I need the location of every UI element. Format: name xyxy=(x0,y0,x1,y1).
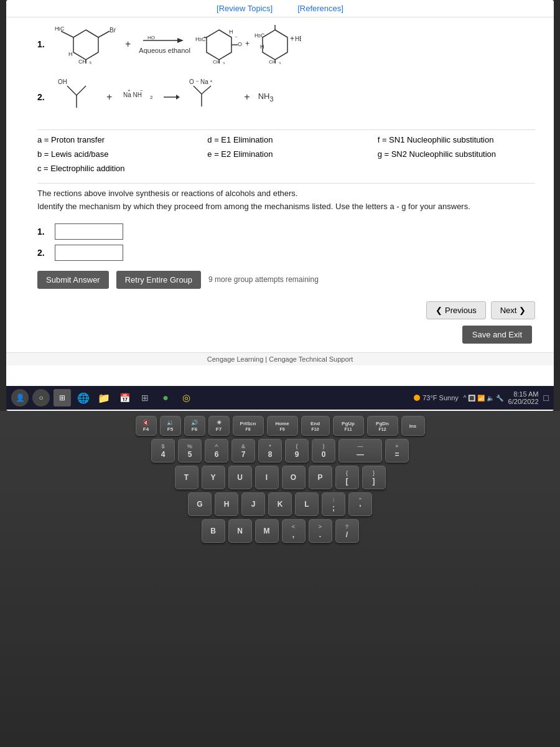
key-6-caret[interactable]: ^6 xyxy=(205,439,228,463)
key-8-star[interactable]: *8 xyxy=(258,439,282,463)
references-link[interactable]: [References] xyxy=(297,4,343,13)
key-k[interactable]: K xyxy=(268,492,292,516)
key-u[interactable]: U xyxy=(228,466,252,489)
key-p[interactable]: P xyxy=(309,466,332,489)
taskbar-edge-icon[interactable]: 🌐 xyxy=(75,389,92,406)
reaction-1-number: 1. xyxy=(37,39,50,49)
key-9-lparen[interactable]: (9 xyxy=(285,439,309,463)
key-question[interactable]: ?/ xyxy=(335,519,359,543)
plus-3: + xyxy=(244,92,250,103)
top-links-bar: [Review Topics] [References] xyxy=(6,0,554,17)
prev-next-nav: ❮ Previous Next ❯ xyxy=(37,301,535,319)
key-0-rparen[interactable]: )0 xyxy=(312,439,335,463)
tyuiop-row: T Y U I O P {[ }] xyxy=(9,466,551,489)
molecule-2-reactant: OH xyxy=(55,77,98,117)
key-equals[interactable]: += xyxy=(385,439,409,463)
taskbar-avatar[interactable]: 👤 xyxy=(11,389,29,406)
review-topics-link[interactable]: [Review Topics] xyxy=(217,4,273,13)
taskbar-app-1[interactable]: ⊞ xyxy=(54,389,71,406)
key-dash[interactable]: —— xyxy=(338,439,382,463)
key-l[interactable]: L xyxy=(295,492,319,516)
key-end[interactable]: EndF10 xyxy=(301,416,330,436)
weather-text: 73°F Sunny xyxy=(422,394,459,402)
mechanism-f: f = SN1 Nucleophilic substitution xyxy=(378,134,535,146)
previous-button[interactable]: ❮ Previous xyxy=(426,301,485,319)
key-rbrace[interactable]: }] xyxy=(362,466,386,489)
submit-answer-button[interactable]: Submit Answer xyxy=(37,271,109,289)
mechanism-a: a = Proton transfer xyxy=(37,134,195,146)
screen: [Review Topics] [References] < 1. xyxy=(6,0,554,411)
key-h[interactable]: H xyxy=(215,492,238,516)
key-pgdn[interactable]: PgDnF12 xyxy=(367,416,398,436)
svg-text:HO: HO xyxy=(147,35,155,40)
next-button[interactable]: Next ❯ xyxy=(491,301,535,319)
svg-text:Br: Br xyxy=(110,27,116,34)
taskbar-system-icons: ^ 🔳 📶 🔈 🔧 xyxy=(464,395,503,402)
svg-text:Na NH: Na NH xyxy=(123,92,142,98)
mechanism-d: d = E1 Elimination xyxy=(207,134,365,146)
svg-text:⁻: ⁻ xyxy=(235,35,238,41)
answer-section: 1. 2. xyxy=(37,223,535,261)
answer-2-label: 2. xyxy=(37,248,50,258)
svg-text:OH: OH xyxy=(58,78,67,85)
taskbar-browser-icon[interactable]: ● xyxy=(157,389,174,406)
key-prtscn[interactable]: PrtScnF8 xyxy=(233,416,264,436)
footer-text: Cengage Learning | Cengage Technical Sup… xyxy=(207,355,353,363)
key-f7[interactable]: ☀F7 xyxy=(208,416,230,436)
taskbar-notification-icon[interactable]: □ xyxy=(544,393,549,403)
number-key-row: $4 %5 ^6 &7 *8 (9 )0 —— += xyxy=(9,439,551,463)
svg-text:H: H xyxy=(68,51,73,57)
taskbar-calendar-icon[interactable]: 📅 xyxy=(116,389,133,406)
key-i[interactable]: I xyxy=(255,466,279,489)
answer-2-input[interactable] xyxy=(55,245,123,261)
key-y[interactable]: Y xyxy=(202,466,225,489)
key-pgup[interactable]: PgUpF11 xyxy=(333,416,364,436)
page-footer: Cengage Learning | Cengage Technical Sup… xyxy=(6,352,554,365)
next-label: Next xyxy=(500,306,517,315)
reagent-label: Aqueous ethanol xyxy=(139,47,190,54)
svg-text:C: C xyxy=(60,26,65,32)
key-j[interactable]: J xyxy=(241,492,265,516)
key-quote[interactable]: "' xyxy=(348,492,372,516)
clock-date: 8:15 AM 6/20/2022 xyxy=(508,390,539,405)
key-n[interactable]: N xyxy=(228,519,252,543)
svg-marker-12 xyxy=(177,38,184,43)
reaction-2-number: 2. xyxy=(37,92,50,102)
key-vol-up[interactable]: 🔊F6 xyxy=(184,416,205,436)
key-m[interactable]: M xyxy=(255,519,279,543)
clock-date-val: 6/20/2022 xyxy=(508,398,539,405)
key-t[interactable]: T xyxy=(175,466,198,489)
key-mute[interactable]: 🔇F4 xyxy=(136,416,157,436)
key-colon[interactable]: :; xyxy=(322,492,345,516)
svg-text:O: O xyxy=(238,41,242,47)
answer-row-1: 1. xyxy=(37,223,535,240)
taskbar-file-icon[interactable]: 📁 xyxy=(95,389,113,406)
taskbar-right: 73°F Sunny ^ 🔳 📶 🔈 🔧 8:15 AM 6/20/2022 □ xyxy=(414,390,549,405)
svg-text:2: 2 xyxy=(150,95,153,100)
answer-1-input[interactable] xyxy=(55,223,123,240)
taskbar-search-icon[interactable]: ○ xyxy=(32,389,50,406)
key-o[interactable]: O xyxy=(282,466,306,489)
key-lt[interactable]: <, xyxy=(282,519,306,543)
reaction2-arrow xyxy=(162,91,181,103)
previous-label: Previous xyxy=(445,306,477,315)
key-5-percent[interactable]: %5 xyxy=(178,439,202,463)
save-exit-row: Save and Exit xyxy=(37,326,535,344)
save-and-exit-button[interactable]: Save and Exit xyxy=(462,326,532,344)
key-4-dollar[interactable]: $4 xyxy=(151,439,175,463)
retry-entire-group-button[interactable]: Retry Entire Group xyxy=(116,271,201,289)
key-lbrace[interactable]: {[ xyxy=(335,466,359,489)
molecule-1-product-group: H 3 C CH 3 H xyxy=(195,24,301,64)
taskbar-grid-icon[interactable]: ⊞ xyxy=(136,389,154,406)
key-7-amp[interactable]: &7 xyxy=(231,439,255,463)
svg-text:HBr: HBr xyxy=(295,35,301,42)
svg-text:CH: CH xyxy=(78,59,86,64)
key-ins[interactable]: Ins xyxy=(401,416,425,436)
taskbar-chrome-icon[interactable]: ◎ xyxy=(177,389,195,406)
key-home[interactable]: HomeF9 xyxy=(267,416,298,436)
key-g[interactable]: G xyxy=(188,492,212,516)
key-vol-down[interactable]: 🔉F5 xyxy=(160,416,181,436)
svg-line-5 xyxy=(98,31,110,37)
key-gt[interactable]: >. xyxy=(309,519,332,543)
key-b[interactable]: B xyxy=(202,519,225,543)
